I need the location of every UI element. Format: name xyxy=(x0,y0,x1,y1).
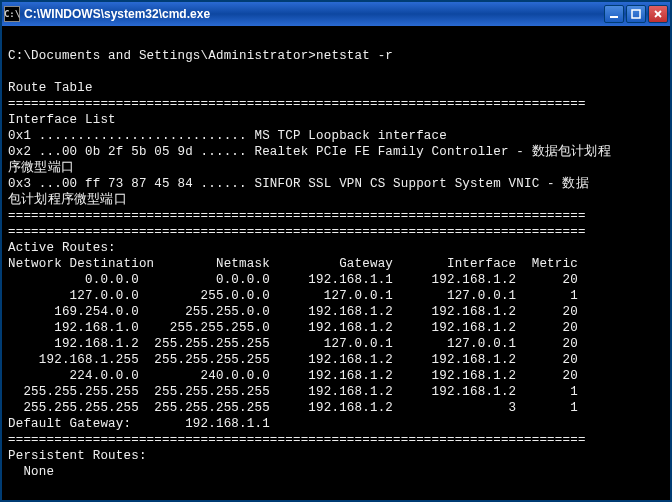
app-icon: C:\ xyxy=(4,6,20,22)
close-button[interactable] xyxy=(648,5,668,23)
titlebar[interactable]: C:\ C:\WINDOWS\system32\cmd.exe xyxy=(2,2,670,26)
svg-rect-1 xyxy=(632,10,640,18)
window-buttons xyxy=(604,5,668,23)
minimize-icon xyxy=(609,9,619,19)
cmd-window: C:\ C:\WINDOWS\system32\cmd.exe C:\Docum… xyxy=(0,0,672,502)
terminal-output[interactable]: C:\Documents and Settings\Administrator>… xyxy=(2,26,670,500)
close-icon xyxy=(653,9,663,19)
maximize-icon xyxy=(631,9,641,19)
window-title: C:\WINDOWS\system32\cmd.exe xyxy=(24,7,604,21)
minimize-button[interactable] xyxy=(604,5,624,23)
svg-rect-0 xyxy=(610,16,618,18)
maximize-button[interactable] xyxy=(626,5,646,23)
